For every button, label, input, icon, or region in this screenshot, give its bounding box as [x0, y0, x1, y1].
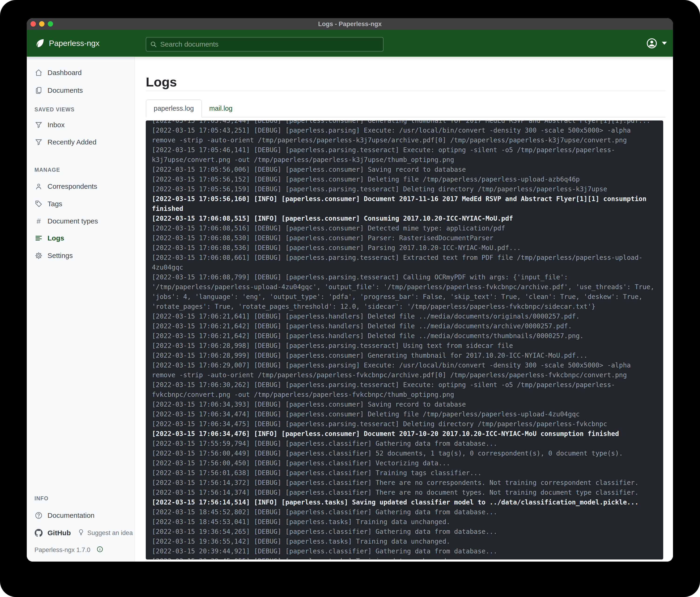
zoom-button[interactable] — [48, 21, 53, 27]
sidebar-item-label: Settings — [48, 252, 73, 260]
log-file-tabs: paperless.log mail.log — [146, 99, 666, 117]
sidebar-item-label: Logs — [48, 234, 64, 242]
house-icon — [34, 69, 43, 77]
user-avatar-icon — [646, 38, 658, 49]
question-circle-icon — [34, 511, 43, 520]
person-icon — [34, 182, 43, 191]
log-line: [2022-03-15 17:56:00,450] [DEBUG] [paper… — [152, 458, 657, 468]
content-area: Logs paperless.log mail.log [2022-03-15 … — [134, 57, 673, 562]
app-window: Logs - Paperless-ngx Paperless-ngx Searc… — [27, 18, 673, 562]
sidebar-item-label: Tags — [48, 200, 62, 208]
brand[interactable]: Paperless-ngx — [34, 30, 99, 57]
version-row: Paperless-ngx 1.7.0 — [34, 545, 103, 555]
sidebar-item-dashboard[interactable]: Dashboard — [34, 67, 82, 78]
sidebar-item-recently-added[interactable]: Recently Added — [34, 137, 96, 148]
titlebar: Logs - Paperless-ngx — [27, 18, 673, 30]
log-line: [2022-03-15 17:06:28,998] [DEBUG] [paper… — [152, 341, 657, 351]
tag-icon — [34, 200, 43, 208]
log-line: [2022-03-15 17:06:21,642] [DEBUG] [paper… — [152, 321, 657, 331]
log-line: [2022-03-15 17:05:56,006] [DEBUG] [paper… — [152, 165, 657, 174]
github-icon — [34, 529, 43, 537]
log-line: [2022-03-15 17:56:14,514] [INFO] [paperl… — [152, 498, 657, 507]
minimize-button[interactable] — [39, 21, 45, 27]
log-line: [2022-03-15 17:06:34,476] [INFO] [paperl… — [152, 429, 657, 439]
lightbulb-icon — [78, 529, 84, 538]
log-line: [2022-03-15 17:06:28,999] [DEBUG] [paper… — [152, 351, 657, 360]
log-line: [2022-03-15 17:56:01,638] [DEBUG] [paper… — [152, 468, 657, 478]
search-placeholder: Search documents — [160, 40, 219, 48]
log-line: [2022-03-15 17:05:56,159] [DEBUG] [paper… — [152, 184, 657, 194]
log-viewer[interactable]: [2022-03-15 17:05:43,244] [DEBUG] [paper… — [146, 120, 663, 559]
sidebar-item-correspondents[interactable]: Correspondents — [34, 181, 97, 192]
list-lines-icon — [34, 234, 43, 242]
log-line: [2022-03-15 17:56:14,374] [DEBUG] [paper… — [152, 488, 657, 498]
log-line: [2022-03-15 18:45:52,802] [DEBUG] [paper… — [152, 507, 657, 517]
sidebar: Dashboard Documents SAVED VIEWS Inbox — [27, 57, 134, 562]
paperless-leaf-icon — [34, 38, 45, 49]
search-icon — [150, 41, 157, 48]
sidebar-item-documents[interactable]: Documents — [34, 85, 83, 96]
files-icon — [34, 86, 43, 95]
tab-mail-log[interactable]: mail.log — [202, 100, 240, 117]
suggest-idea-label: Suggest an idea — [87, 529, 133, 536]
log-line: [2022-03-15 17:05:43,251] [DEBUG] [paper… — [152, 126, 657, 145]
chevron-down-icon — [662, 42, 667, 45]
log-line: [2022-03-15 17:06:08,530] [DEBUG] [paper… — [152, 233, 657, 243]
sidebar-section-info: INFO — [34, 495, 48, 502]
sidebar-item-label: Documentation — [48, 511, 95, 519]
screenshot-black-frame: Logs - Paperless-ngx Paperless-ngx Searc… — [0, 0, 700, 597]
tab-paperless-log[interactable]: paperless.log — [146, 99, 202, 117]
sidebar-section-saved-views: SAVED VIEWS — [34, 106, 75, 113]
log-line: [2022-03-15 17:06:34,475] [DEBUG] [paper… — [152, 419, 657, 429]
close-button[interactable] — [30, 21, 36, 27]
page-title: Logs — [146, 74, 177, 90]
log-line: [2022-03-15 17:06:08,661] [DEBUG] [paper… — [152, 253, 657, 272]
version-label: Paperless-ngx 1.7.0 — [34, 546, 90, 554]
gear-icon — [34, 252, 43, 260]
title-divider — [146, 91, 666, 91]
log-line: [2022-03-15 17:06:08,515] [INFO] [paperl… — [152, 214, 657, 223]
log-line: [2022-03-15 17:05:43,244] [DEBUG] [paper… — [152, 120, 657, 126]
app-header: Paperless-ngx Search documents — [27, 30, 673, 57]
funnel-icon — [34, 121, 43, 129]
sidebar-item-label: Documents — [48, 87, 83, 94]
log-line: [2022-03-15 19:36:55,142] [DEBUG] [paper… — [152, 536, 657, 546]
sidebar-section-manage: MANAGE — [34, 167, 60, 173]
sidebar-item-inbox[interactable]: Inbox — [34, 119, 65, 130]
sidebar-item-label: GitHub — [48, 529, 71, 537]
sidebar-item-settings[interactable]: Settings — [34, 250, 73, 261]
log-line: [2022-03-15 17:05:46,141] [DEBUG] [paper… — [152, 145, 657, 165]
sidebar-item-document-types[interactable]: # Document types — [34, 216, 98, 227]
sidebar-item-tags[interactable]: Tags — [34, 198, 62, 210]
sidebar-item-github[interactable]: GitHub — [34, 527, 71, 539]
window-title: Logs - Paperless-ngx — [27, 18, 673, 30]
log-line: [2022-03-15 17:06:08,799] [DEBUG] [paper… — [152, 272, 657, 312]
sidebar-item-label: Recently Added — [48, 138, 96, 146]
info-circle-icon[interactable] — [96, 546, 103, 554]
log-line: [2022-03-15 17:06:34,474] [DEBUG] [paper… — [152, 409, 657, 419]
account-menu-button[interactable] — [646, 30, 667, 57]
suggest-idea-link[interactable]: Suggest an idea — [78, 527, 133, 539]
funnel-icon — [34, 138, 43, 146]
sidebar-item-logs[interactable]: Logs — [34, 233, 64, 244]
log-line: [2022-03-15 17:06:08,516] [DEBUG] [paper… — [152, 223, 657, 233]
sidebar-item-label: Document types — [48, 217, 98, 225]
sidebar-item-label: Inbox — [48, 121, 65, 129]
sidebar-item-label: Correspondents — [48, 183, 97, 190]
log-line: [2022-03-15 17:06:08,536] [DEBUG] [paper… — [152, 243, 657, 253]
log-line: [2022-03-15 18:45:53,041] [DEBUG] [paper… — [152, 517, 657, 527]
sidebar-item-documentation[interactable]: Documentation — [34, 510, 95, 521]
search-input[interactable]: Search documents — [146, 37, 383, 51]
brand-label: Paperless-ngx — [49, 39, 99, 48]
log-line: [2022-03-15 17:06:21,641] [DEBUG] [paper… — [152, 312, 657, 321]
traffic-lights — [30, 21, 53, 27]
log-lines-container: [2022-03-15 17:05:43,244] [DEBUG] [paper… — [152, 120, 657, 559]
log-line: [2022-03-15 17:56:14,372] [DEBUG] [paper… — [152, 478, 657, 488]
log-line: [2022-03-15 20:39:45,055] [DEBUG] [paper… — [152, 556, 657, 559]
log-line: [2022-03-15 19:36:54,265] [DEBUG] [paper… — [152, 527, 657, 536]
main-area: Dashboard Documents SAVED VIEWS Inbox — [27, 57, 673, 562]
log-line: [2022-03-15 17:06:21,642] [DEBUG] [paper… — [152, 331, 657, 341]
log-line: [2022-03-15 17:06:30,262] [DEBUG] [paper… — [152, 380, 657, 400]
log-line: [2022-03-15 17:06:29,007] [DEBUG] [paper… — [152, 360, 657, 380]
hash-icon: # — [34, 217, 43, 225]
